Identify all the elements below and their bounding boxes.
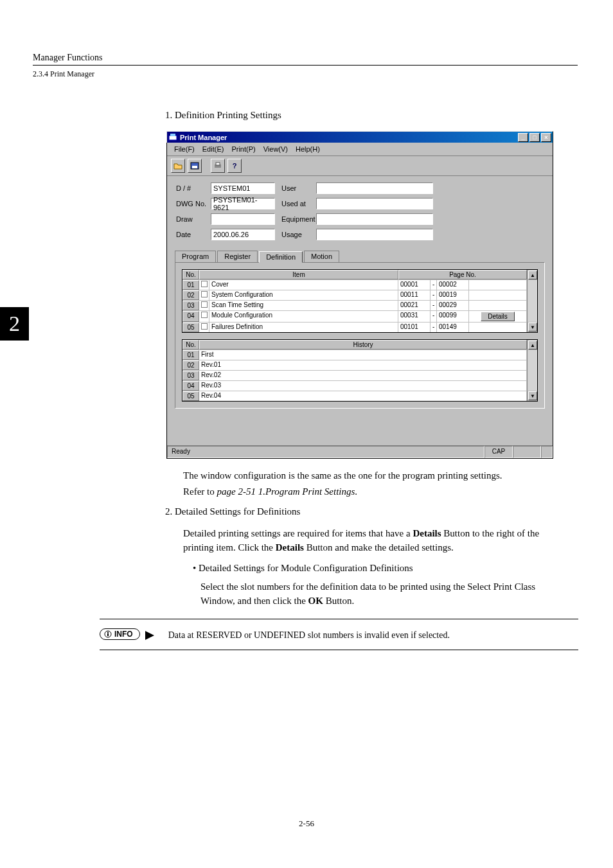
row-page-from: 00001 bbox=[398, 280, 431, 290]
maximize-button[interactable]: □ bbox=[529, 133, 540, 142]
info-callout: INFO Data at RESERVED or UNDEFINED slot … bbox=[100, 619, 578, 650]
input-user[interactable] bbox=[316, 182, 433, 194]
label-usage: Usage bbox=[275, 231, 316, 238]
row-checkbox[interactable] bbox=[199, 323, 209, 332]
row-page-to: 00019 bbox=[437, 290, 469, 300]
row-history: Rev.02 bbox=[199, 371, 527, 380]
table-row[interactable]: 01First bbox=[182, 350, 527, 360]
row-item: Module Configuration bbox=[209, 311, 398, 322]
row-checkbox[interactable] bbox=[199, 301, 209, 310]
menu-edit[interactable]: Edit(E) bbox=[199, 144, 227, 154]
table-row[interactable]: 01Cover00001-00002 bbox=[182, 279, 527, 290]
table-row[interactable]: 04Rev.03 bbox=[182, 380, 527, 391]
running-header: Manager Functions bbox=[33, 53, 578, 66]
label-dwg: DWG No. bbox=[176, 200, 211, 208]
menu-bar[interactable]: File(F) Edit(E) Print(P) View(V) Help(H) bbox=[167, 143, 553, 156]
label-equipment: Equipment bbox=[275, 215, 316, 223]
input-date[interactable]: 2000.06.26 bbox=[211, 229, 275, 240]
svg-rect-5 bbox=[216, 163, 220, 165]
help-button[interactable]: ? bbox=[227, 159, 242, 173]
paragraph-refer: Refer to page 2-51 1.Program Print Setti… bbox=[183, 485, 562, 499]
scroll-down-icon[interactable]: ▼ bbox=[528, 323, 537, 332]
table-row[interactable]: 03Scan Time Setting00021-00029 bbox=[182, 300, 527, 310]
table-row[interactable]: 04Module Configuration00031-00099Details bbox=[182, 310, 527, 322]
status-cell-2 bbox=[513, 446, 541, 458]
tab-strip: Program Register Definition Motion bbox=[167, 251, 553, 262]
row-item: Failures Definition bbox=[209, 323, 398, 332]
row-details-cell bbox=[469, 280, 527, 290]
form-area: D / # SYSTEM01 User DWG No. PSYSTEM01-96… bbox=[167, 176, 553, 248]
table-row[interactable]: 03Rev.02 bbox=[182, 370, 527, 380]
table-row[interactable]: 02Rev.01 bbox=[182, 360, 527, 370]
row-details-cell bbox=[469, 290, 527, 300]
status-cap: CAP bbox=[484, 446, 513, 458]
minimize-button[interactable]: _ bbox=[518, 133, 528, 142]
table-row[interactable]: 05Rev.04 bbox=[182, 391, 527, 401]
row-page-from: 00031 bbox=[398, 311, 431, 322]
input-dh[interactable]: SYSTEM01 bbox=[211, 182, 275, 194]
row-item: Cover bbox=[209, 280, 398, 290]
svg-rect-1 bbox=[170, 134, 175, 136]
window-titlebar[interactable]: Print Manager _ □ × bbox=[166, 131, 553, 143]
history-grid[interactable]: No. History 01First02Rev.0103Rev.0204Rev… bbox=[182, 339, 538, 402]
input-draw[interactable] bbox=[211, 213, 275, 225]
col-item[interactable]: Item bbox=[199, 270, 398, 279]
arrow-right-icon bbox=[145, 631, 154, 640]
row-checkbox[interactable] bbox=[199, 290, 209, 300]
label-date: Date bbox=[176, 231, 211, 238]
resize-grip-icon[interactable] bbox=[541, 446, 553, 458]
tab-register[interactable]: Register bbox=[217, 251, 258, 262]
menu-file[interactable]: File(F) bbox=[171, 144, 198, 154]
menu-view[interactable]: View(V) bbox=[260, 144, 291, 154]
col-no-2[interactable]: No. bbox=[182, 340, 199, 350]
row-page-to: 00002 bbox=[437, 280, 469, 290]
input-usedat[interactable] bbox=[316, 198, 433, 209]
col-history[interactable]: History bbox=[199, 340, 527, 350]
scrollbar-grid2[interactable]: ▲ ▼ bbox=[527, 340, 537, 401]
window-title: Print Manager bbox=[180, 134, 227, 141]
paragraph-config-same: The window configuration is the same as … bbox=[183, 469, 562, 483]
row-details-cell bbox=[469, 323, 527, 332]
scroll-down-icon[interactable]: ▼ bbox=[528, 391, 537, 400]
input-equipment[interactable] bbox=[316, 213, 433, 225]
print-button[interactable] bbox=[211, 159, 225, 173]
label-usedat: Used at bbox=[275, 200, 316, 208]
paragraph-detailed-required: Detailed printing settings are required … bbox=[183, 527, 562, 555]
menu-help[interactable]: Help(H) bbox=[292, 144, 323, 154]
row-history: Rev.01 bbox=[199, 360, 527, 370]
page-number: 2-56 bbox=[0, 819, 613, 829]
close-button[interactable]: × bbox=[541, 133, 551, 142]
table-row[interactable]: 02System Configuration00011-00019 bbox=[182, 290, 527, 300]
row-checkbox[interactable] bbox=[199, 311, 209, 322]
save-button[interactable] bbox=[188, 159, 202, 173]
svg-rect-7 bbox=[107, 633, 109, 636]
row-details-cell bbox=[469, 301, 527, 310]
details-button[interactable]: Details bbox=[481, 312, 515, 321]
toolbar: ? bbox=[167, 156, 553, 176]
tab-motion[interactable]: Motion bbox=[304, 251, 339, 262]
scroll-up-icon[interactable]: ▲ bbox=[528, 341, 537, 350]
definition-grid[interactable]: No. Item Page No. 01Cover00001-0000202Sy… bbox=[182, 269, 538, 333]
row-no: 04 bbox=[182, 381, 199, 391]
row-page-from: 00101 bbox=[398, 323, 431, 332]
row-page-from: 00021 bbox=[398, 301, 431, 310]
scroll-up-icon[interactable]: ▲ bbox=[528, 270, 537, 279]
tab-program[interactable]: Program bbox=[175, 251, 216, 262]
bullet-module-config: • Detailed Settings for Module Configura… bbox=[193, 563, 413, 574]
info-icon bbox=[104, 630, 112, 638]
row-checkbox[interactable] bbox=[199, 280, 209, 290]
table-row[interactable]: 05Failures Definition00101-00149 bbox=[182, 322, 527, 332]
row-item: System Configuration bbox=[209, 290, 398, 300]
menu-print[interactable]: Print(P) bbox=[228, 144, 258, 154]
input-dwg[interactable]: PSYSTEM01-9621 bbox=[211, 198, 275, 209]
row-history: Rev.04 bbox=[199, 391, 527, 401]
input-usage[interactable] bbox=[316, 229, 433, 240]
scrollbar-grid1[interactable]: ▲ ▼ bbox=[527, 270, 537, 332]
col-page[interactable]: Page No. bbox=[398, 270, 527, 279]
label-dh: D / # bbox=[176, 184, 211, 192]
row-no: 03 bbox=[182, 301, 199, 310]
open-button[interactable] bbox=[171, 159, 185, 173]
tab-definition[interactable]: Definition bbox=[259, 251, 303, 263]
col-no[interactable]: No. bbox=[182, 270, 199, 279]
step-2-heading: 2. Detailed Settings for Definitions bbox=[165, 506, 300, 517]
